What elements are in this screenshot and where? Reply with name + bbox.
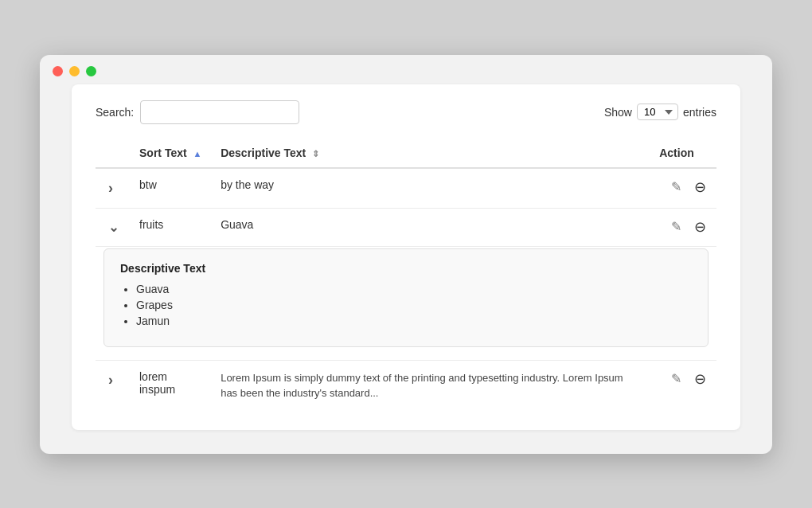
- desc-text-cell: Lorem Ipsum is simply dummy text of the …: [213, 360, 637, 411]
- panel-list: Guava Grapes Jamun: [120, 283, 692, 327]
- entries-select[interactable]: 10 25 50 100: [637, 104, 678, 120]
- sort-text-value: fruits: [139, 218, 163, 231]
- table-header-row: Sort Text ▲ Descriptive Text ⇕ Action: [96, 140, 716, 168]
- col-action: Action: [637, 140, 716, 168]
- table-row: btw by the way ✎ ⊖: [96, 168, 716, 209]
- toolbar: Search: Show 10 25 50 100 entries: [96, 100, 716, 124]
- desc-text-value: Guava: [221, 218, 253, 231]
- show-label: Show: [604, 106, 632, 119]
- minimize-dot[interactable]: [69, 66, 80, 76]
- panel-title: Descriptive Text: [120, 262, 692, 275]
- table-row: lorem inspum Lorem Ipsum is simply dummy…: [96, 360, 716, 411]
- chevron-right-icon: [108, 183, 113, 195]
- sort-text-cell: lorem inspum: [131, 360, 213, 411]
- main-window: Search: Show 10 25 50 100 entries S: [40, 55, 772, 454]
- col-expand: [96, 140, 131, 168]
- sort-text-cell: btw: [131, 168, 213, 209]
- list-item: Grapes: [136, 299, 692, 311]
- sort-asc-icon: ▲: [193, 149, 202, 158]
- delete-icon[interactable]: ⊖: [691, 218, 709, 236]
- close-dot[interactable]: [53, 66, 63, 76]
- action-cell: ✎ ⊖: [637, 168, 716, 209]
- expand-button[interactable]: [103, 370, 118, 390]
- data-table: Sort Text ▲ Descriptive Text ⇕ Action: [96, 140, 716, 411]
- desc-text-cell: by the way: [213, 168, 637, 209]
- col-descriptive-text[interactable]: Descriptive Text ⇕: [213, 140, 637, 168]
- expanded-panel-cell: Descriptive Text Guava Grapes Jamun: [96, 246, 716, 360]
- action-cell: ✎ ⊖: [637, 208, 716, 246]
- delete-icon[interactable]: ⊖: [691, 178, 709, 196]
- sort-text-cell: fruits: [131, 208, 213, 246]
- sort-text-value: lorem inspum: [139, 370, 175, 396]
- search-group: Search:: [96, 100, 299, 124]
- expand-button[interactable]: [103, 178, 118, 198]
- edit-icon[interactable]: ✎: [667, 370, 685, 388]
- search-label: Search:: [96, 106, 134, 119]
- expand-cell: [96, 360, 131, 411]
- desc-text-value: by the way: [221, 178, 274, 191]
- search-input[interactable]: [140, 100, 299, 124]
- delete-icon[interactable]: ⊖: [691, 370, 709, 388]
- chevron-right-icon: [108, 375, 113, 387]
- expanded-panel: Descriptive Text Guava Grapes Jamun: [103, 248, 709, 347]
- edit-icon[interactable]: ✎: [667, 178, 685, 196]
- chevron-down-icon: [108, 222, 119, 234]
- edit-icon[interactable]: ✎: [667, 218, 685, 236]
- col-desc-text-label: Descriptive Text: [221, 147, 306, 159]
- expand-cell: [96, 208, 131, 246]
- show-group: Show 10 25 50 100 entries: [604, 104, 716, 120]
- sort-text-value: btw: [139, 178, 157, 191]
- desc-text-cell: Guava: [213, 208, 637, 246]
- list-item: Guava: [136, 283, 692, 295]
- sort-both-icon: ⇕: [312, 149, 319, 159]
- action-cell: ✎ ⊖: [637, 360, 716, 411]
- list-item: Jamun: [136, 315, 692, 327]
- col-sort-text-label: Sort Text: [139, 147, 187, 159]
- desc-text-value: Lorem Ipsum is simply dummy text of the …: [221, 372, 623, 400]
- entries-label: entries: [683, 106, 716, 119]
- col-action-label: Action: [659, 147, 694, 159]
- collapse-button[interactable]: [103, 218, 123, 236]
- maximize-dot[interactable]: [86, 66, 96, 76]
- col-sort-text[interactable]: Sort Text ▲: [131, 140, 213, 168]
- title-bar: [40, 55, 772, 84]
- expanded-panel-row: Descriptive Text Guava Grapes Jamun: [96, 246, 716, 360]
- expand-cell: [96, 168, 131, 209]
- table-row: fruits Guava ✎ ⊖: [96, 208, 716, 246]
- content-area: Search: Show 10 25 50 100 entries S: [72, 84, 740, 430]
